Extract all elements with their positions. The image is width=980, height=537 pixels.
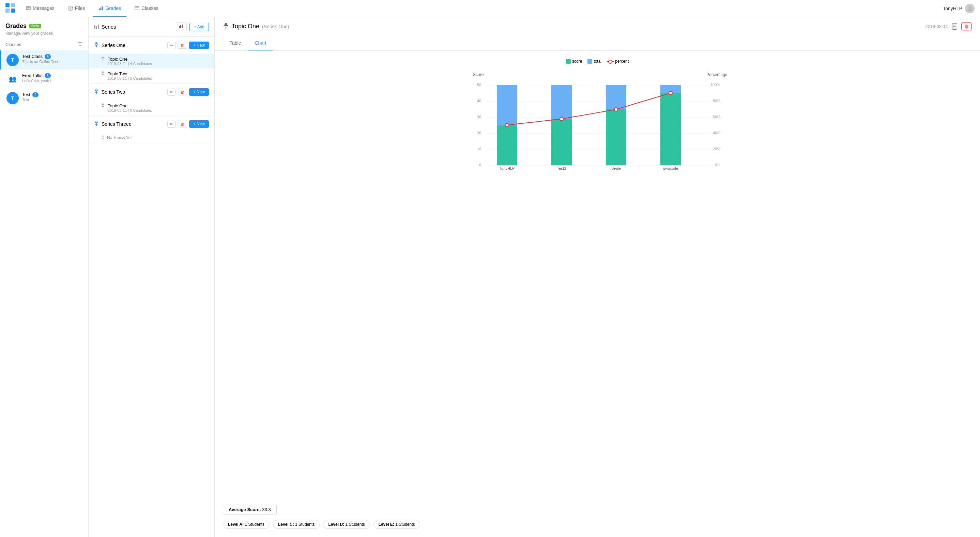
series-chart-view-button[interactable] [176, 22, 187, 31]
level-e-badge: Level E: 1 Students [374, 520, 420, 529]
svg-rect-8 [102, 6, 103, 10]
series-three-section: Series Threee ✏ 🗑 + New No Topics Yet [89, 116, 214, 143]
series-three-delete-button[interactable]: 🗑 [178, 121, 187, 127]
svg-rect-6 [99, 8, 100, 10]
svg-rect-17 [183, 24, 183, 28]
classes-section-header: Classes [0, 38, 88, 51]
series-one-section: Series One ✏ 🗑 + New Topic One 2019-08-1… [89, 37, 214, 84]
series-one-edit-button[interactable]: ✏ [167, 42, 176, 49]
series-three-edit-button[interactable]: ✏ [167, 121, 176, 128]
chart-container: score total percent Score 0 10 [215, 51, 980, 505]
series-three-header: Series Threee ✏ 🗑 + New [89, 116, 214, 133]
sidebar-item-test[interactable]: T Test 2 Test [0, 89, 88, 108]
series-two-edit-button[interactable]: ✏ [167, 89, 176, 96]
tab-messages[interactable]: Messages [21, 0, 60, 17]
svg-text:50: 50 [477, 83, 481, 87]
series-two-new-button[interactable]: + New [189, 88, 209, 96]
svg-rect-13 [98, 25, 99, 29]
series-one-header: Series One ✏ 🗑 + New [89, 37, 214, 54]
user-avatar[interactable] [965, 4, 975, 13]
svg-rect-9 [135, 6, 139, 10]
svg-rect-11 [94, 25, 95, 29]
no-topics-label: No Topics Yet [89, 133, 214, 143]
tab-files[interactable]: Files [63, 0, 91, 17]
level-c-badge: Level C: 1 Students [273, 520, 320, 529]
tab-table[interactable]: Table [223, 36, 248, 51]
percent-dot-3 [614, 108, 618, 111]
percent-dot-4 [669, 91, 672, 95]
level-a-badge: Level A: 1 Students [223, 520, 269, 529]
percent-legend-line [607, 61, 614, 62]
svg-rect-1 [11, 3, 15, 7]
legend-total: total [587, 59, 601, 64]
sidebar-item-test-class[interactable]: T Test Class 5 This is an Online Test [0, 51, 88, 70]
svg-rect-3 [11, 8, 15, 13]
svg-text:0%: 0% [715, 163, 720, 167]
level-d-badge: Level D: 1 Students [323, 520, 370, 529]
series-two-delete-button[interactable]: 🗑 [178, 89, 187, 95]
chart-legend: score total percent [223, 59, 972, 64]
series-panel: Series + Add Series One ✏ 🗑 + New [89, 17, 215, 537]
avg-score-box: Average Score: 33.3 [223, 505, 277, 515]
series-three-new-button[interactable]: + New [189, 120, 209, 128]
svg-rect-14 [179, 26, 180, 28]
sort-icon[interactable] [77, 41, 83, 48]
legend-score: score [566, 59, 582, 64]
svg-text:Test3: Test3 [557, 166, 566, 170]
series-three-icon [94, 121, 99, 127]
class-avatar-test2: T [6, 92, 19, 104]
class-avatar-test: T [6, 54, 19, 66]
topic-icon [101, 57, 105, 62]
sidebar-header: Grades Beta Manage/View your grades [0, 17, 88, 38]
svg-text:Seale: Seale [611, 166, 621, 170]
app-logo[interactable] [5, 3, 15, 14]
svg-text:20: 20 [477, 131, 481, 135]
tab-chart[interactable]: Chart [248, 36, 273, 51]
sidebar-title: Grades Beta [5, 22, 83, 30]
svg-text:Percentage: Percentage [706, 72, 727, 77]
user-menu[interactable]: TonyHLP [943, 4, 975, 13]
svg-text:10: 10 [477, 147, 481, 151]
sidebar: Grades Beta Manage/View your grades Clas… [0, 17, 89, 537]
score-bar-test3 [551, 119, 572, 165]
svg-rect-16 [181, 25, 183, 28]
svg-text:40: 40 [477, 99, 481, 103]
percent-line [507, 93, 671, 125]
detail-delete-button[interactable]: 🗑 [961, 22, 972, 30]
tab-classes[interactable]: Classes [129, 0, 164, 17]
topic-two-series-one[interactable]: Topic Two 2019-08-11 | 0 Candidates [89, 68, 214, 83]
sidebar-item-free-talks[interactable]: 👥 Free Talks 3 Let's Chat, yeah ! [0, 70, 88, 89]
series-two-section: Series Two ✏ 🗑 + New Topic One 2019-08-1… [89, 84, 214, 116]
svg-point-10 [969, 6, 971, 9]
series-one-delete-button[interactable]: 🗑 [178, 42, 187, 49]
series-two-header: Series Two ✏ 🗑 + New [89, 84, 214, 100]
svg-text:20%: 20% [713, 147, 720, 151]
add-series-button[interactable]: + Add [189, 23, 209, 31]
score-bar-tonyhll [497, 126, 517, 165]
svg-text:30: 30 [477, 115, 481, 119]
topic-one-series-one[interactable]: Topic One 2019-08-11 | 4 Candidates [89, 54, 214, 68]
svg-rect-2 [5, 8, 10, 13]
svg-rect-7 [100, 8, 102, 10]
tab-grades[interactable]: Grades [93, 0, 126, 17]
series-two-icon [94, 89, 99, 95]
topic-one-series-two[interactable]: Topic One 2019-08-11 | 0 Candidates [89, 100, 214, 115]
detail-panel: Topic One (Series One) 2019-08-11 ✏ 🗑 Ta… [215, 17, 980, 537]
svg-text:60%: 60% [713, 115, 720, 119]
series-one-new-button[interactable]: + New [189, 41, 209, 49]
legend-percent: percent [607, 59, 629, 64]
svg-text:0: 0 [479, 163, 481, 167]
svg-text:TonyHLP: TonyHLP [500, 166, 515, 170]
svg-text:qwqcode: qwqcode [663, 166, 678, 170]
svg-rect-0 [5, 3, 10, 7]
score-legend-dot [566, 59, 571, 64]
svg-text:40%: 40% [713, 131, 720, 135]
percent-dot-1 [505, 123, 509, 127]
svg-rect-12 [96, 26, 97, 29]
topic-icon-2 [101, 71, 105, 77]
topic-icon-3 [101, 103, 105, 109]
total-legend-dot [587, 59, 592, 64]
detail-edit-button[interactable]: ✏ [952, 23, 957, 30]
chart-area: Score 0 10 20 30 40 50 0% 20% 40% 60% 80… [223, 69, 972, 172]
stats-section: Average Score: 33.3 Level A: 1 Students … [215, 505, 980, 537]
